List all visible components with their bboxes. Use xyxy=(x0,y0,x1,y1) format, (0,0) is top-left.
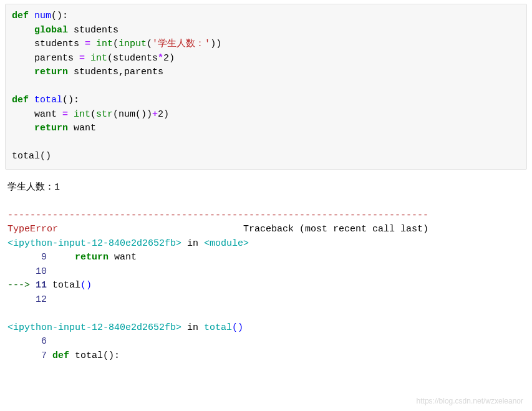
code-text: (students xyxy=(107,53,158,64)
keyword-return: return xyxy=(34,123,74,133)
line-number: 9 xyxy=(41,252,47,263)
code-text: want xyxy=(12,109,62,120)
operator: = xyxy=(85,39,96,49)
code-text: )) xyxy=(210,39,221,49)
code-text: students,parents xyxy=(74,67,163,77)
code-text: ( xyxy=(90,109,96,120)
traceback-source: <ipython-input-12-840e2d2652fb> xyxy=(7,238,181,249)
func-name: num xyxy=(34,11,51,21)
code-text: (): xyxy=(62,95,79,105)
operator-star: * xyxy=(158,53,163,64)
builtin-int: int xyxy=(96,39,113,49)
builtin-input: input xyxy=(118,39,147,49)
string-literal: '学生人数：' xyxy=(152,39,210,49)
code-text: total(): xyxy=(75,351,120,361)
line-number: 10 xyxy=(36,266,47,277)
code-text: want xyxy=(114,252,137,263)
traceback-divider: ----------------------------------------… xyxy=(7,210,428,221)
traceback-arrow-icon: ---> xyxy=(7,280,36,291)
keyword-return: return xyxy=(75,252,114,263)
code-text: ( xyxy=(113,39,118,49)
pad xyxy=(47,252,75,263)
code-text: total xyxy=(52,280,80,291)
code-text: parents xyxy=(12,53,79,64)
traceback-source: <ipython-input-12-840e2d2652fb> xyxy=(7,322,181,333)
line-number: 7 xyxy=(41,351,52,361)
code-text: (): xyxy=(51,11,68,21)
keyword-return: return xyxy=(34,67,74,77)
builtin-int: int xyxy=(74,109,90,120)
traceback-in: in xyxy=(181,238,204,249)
code-cell: def num(): global students students = in… xyxy=(5,4,527,170)
operator: = xyxy=(62,109,74,120)
builtin-int: int xyxy=(90,53,107,64)
call-parens: () xyxy=(80,280,92,291)
builtin-str: str xyxy=(96,109,113,120)
traceback-in: in xyxy=(181,322,204,333)
keyword-def: def xyxy=(12,11,34,21)
code-text: 2) xyxy=(163,53,175,64)
output-area: 学生人数：1 ---------------------------------… xyxy=(0,178,532,370)
code-text: students xyxy=(74,25,118,36)
keyword-global: global xyxy=(34,25,74,36)
pad xyxy=(7,266,36,277)
traceback-label: Traceback (most recent call last) xyxy=(58,224,428,235)
keyword-def: def xyxy=(52,351,75,361)
line-number-current: 11 xyxy=(36,280,52,291)
line-number: 6 xyxy=(41,336,47,347)
code-text: 2) xyxy=(158,109,169,120)
pad xyxy=(7,336,41,347)
stdin-echo: 学生人数：1 xyxy=(7,182,60,193)
call-parens: () xyxy=(232,322,243,333)
pad xyxy=(7,252,41,263)
code-text: total() xyxy=(12,151,51,162)
func-name: total xyxy=(34,95,62,105)
operator: = xyxy=(79,53,90,64)
code-text: ( xyxy=(147,39,152,49)
pad xyxy=(7,294,36,305)
traceback-func: total xyxy=(204,322,232,333)
keyword-def: def xyxy=(12,95,34,105)
pad xyxy=(7,351,41,361)
traceback-module: <module> xyxy=(204,238,249,249)
operator-plus: + xyxy=(152,109,158,120)
code-text: (num()) xyxy=(113,109,152,120)
line-number: 12 xyxy=(36,294,47,305)
error-type: TypeError xyxy=(7,224,58,235)
code-text: students xyxy=(12,39,85,49)
code-text: want xyxy=(74,123,96,133)
